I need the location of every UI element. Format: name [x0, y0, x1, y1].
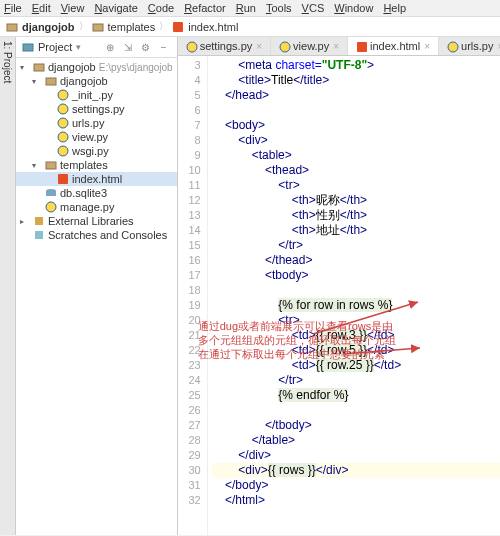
code-line-12[interactable]: <th>昵称</th>	[212, 193, 500, 208]
code-line-25[interactable]: {% endfor %}	[212, 388, 500, 403]
code-line-7[interactable]: <body>	[212, 118, 500, 133]
code-editor[interactable]: 3456789101112131415161718192021222324252…	[178, 56, 500, 535]
menu-refactor[interactable]: Refactor	[184, 2, 226, 14]
folder-icon	[6, 21, 18, 33]
hide-icon[interactable]: −	[157, 40, 171, 54]
html-icon	[57, 173, 69, 185]
code-line-16[interactable]: </thead>	[212, 253, 500, 268]
code-line-10[interactable]: <thead>	[212, 163, 500, 178]
tree-item-_init_-py[interactable]: _init_.py	[16, 88, 177, 102]
tree-item-index-html[interactable]: index.html	[16, 172, 177, 186]
close-icon[interactable]: ×	[333, 41, 339, 52]
code-line-3[interactable]: <meta charset="UTF-8">	[212, 58, 500, 73]
code-line-19[interactable]: {% for row in rows %}	[212, 298, 500, 313]
code-line-4[interactable]: <title>Title</title>	[212, 73, 500, 88]
menu-navigate[interactable]: Navigate	[94, 2, 137, 14]
code-line-5[interactable]: </head>	[212, 88, 500, 103]
tree-item-urls-py[interactable]: urls.py	[16, 116, 177, 130]
tab-view-py[interactable]: view.py×	[271, 37, 348, 55]
tab-urls-py[interactable]: urls.py×	[439, 37, 500, 55]
code-line-26[interactable]	[212, 403, 500, 418]
code-line-8[interactable]: <div>	[212, 133, 500, 148]
line-number: 32	[180, 493, 201, 508]
tree-label: db.sqlite3	[60, 187, 107, 199]
code-line-13[interactable]: <th>性别</th>	[212, 208, 500, 223]
line-number: 17	[180, 268, 201, 283]
code-line-24[interactable]: </tr>	[212, 373, 500, 388]
tree-item-wsgi-py[interactable]: wsgi.py	[16, 144, 177, 158]
html-icon	[356, 41, 366, 51]
dropdown-icon[interactable]: ▾	[76, 42, 81, 52]
expand-icon[interactable]: ▸	[20, 217, 30, 226]
menu-window[interactable]: Window	[334, 2, 373, 14]
svg-point-21	[448, 42, 458, 52]
collapse-icon[interactable]: ⇲	[121, 40, 135, 54]
line-number: 29	[180, 448, 201, 463]
tab-settings-py[interactable]: settings.py×	[178, 37, 271, 55]
expand-icon[interactable]: ▾	[20, 63, 30, 72]
svg-rect-20	[357, 42, 367, 52]
tool-window-strip[interactable]: 1: Project	[0, 37, 16, 535]
code-line-30[interactable]: <div>{{ rows }}</div>	[212, 463, 500, 478]
tree-label: djangojob	[48, 61, 96, 73]
menu-code[interactable]: Code	[148, 2, 174, 14]
expand-icon[interactable]: ▾	[32, 77, 42, 86]
chevron-icon: 〉	[79, 20, 88, 33]
code-line-27[interactable]: </tbody>	[212, 418, 500, 433]
tree-label: _init_.py	[72, 89, 113, 101]
project-tree[interactable]: ▾djangojob E:\pys\djangojob▾djangojob_in…	[16, 58, 177, 244]
tree-item-templates[interactable]: ▾templates	[16, 158, 177, 172]
menu-view[interactable]: View	[61, 2, 85, 14]
menu-edit[interactable]: Edit	[32, 2, 51, 14]
tree-item-db-sqlite3[interactable]: db.sqlite3	[16, 186, 177, 200]
code-line-32[interactable]: </html>	[212, 493, 500, 508]
line-number: 24	[180, 373, 201, 388]
menu-vcs[interactable]: VCS	[302, 2, 325, 14]
tree-item-djangojob[interactable]: ▾djangojob	[16, 74, 177, 88]
menu-run[interactable]: Run	[236, 2, 256, 14]
breadcrumb-root[interactable]: djangojob	[22, 21, 75, 33]
tree-label: settings.py	[72, 103, 125, 115]
tree-item-djangojob[interactable]: ▾djangojob E:\pys\djangojob	[16, 60, 177, 74]
line-number: 26	[180, 403, 201, 418]
breadcrumb-file[interactable]: index.html	[188, 21, 238, 33]
code-line-18[interactable]	[212, 283, 500, 298]
svg-rect-3	[23, 44, 33, 51]
breadcrumb-mid[interactable]: templates	[108, 21, 156, 33]
code-content[interactable]: <meta charset="UTF-8"> <title>Title</tit…	[208, 56, 500, 535]
tree-label: djangojob	[60, 75, 108, 87]
svg-rect-11	[46, 162, 56, 169]
expand-icon[interactable]: ▾	[32, 161, 42, 170]
code-line-29[interactable]: </div>	[212, 448, 500, 463]
py-icon	[186, 41, 196, 51]
menu-tools[interactable]: Tools	[266, 2, 292, 14]
code-line-11[interactable]: <tr>	[212, 178, 500, 193]
menu-help[interactable]: Help	[383, 2, 406, 14]
code-line-15[interactable]: </tr>	[212, 238, 500, 253]
code-line-14[interactable]: <th>地址</th>	[212, 223, 500, 238]
panel-title: Project	[38, 41, 72, 53]
code-line-17[interactable]: <tbody>	[212, 268, 500, 283]
tree-item-Scratches and Consoles[interactable]: Scratches and Consoles	[16, 228, 177, 242]
tab-index-html[interactable]: index.html×	[348, 37, 439, 55]
close-icon[interactable]: ×	[256, 41, 262, 52]
tree-item-view-py[interactable]: view.py	[16, 130, 177, 144]
tree-item-settings-py[interactable]: settings.py	[16, 102, 177, 116]
code-line-9[interactable]: <table>	[212, 148, 500, 163]
py-icon	[279, 41, 289, 51]
target-icon[interactable]: ⊕	[103, 40, 117, 54]
tab-label: urls.py	[461, 40, 493, 52]
svg-rect-1	[93, 24, 103, 31]
gear-icon[interactable]: ⚙	[139, 40, 153, 54]
project-tool-button[interactable]: 1: Project	[2, 41, 13, 83]
code-line-31[interactable]: </body>	[212, 478, 500, 493]
tree-item-manage-py[interactable]: manage.py	[16, 200, 177, 214]
close-icon[interactable]: ×	[424, 41, 430, 52]
menu-file[interactable]: File	[4, 2, 22, 14]
tree-item-External Libraries[interactable]: ▸External Libraries	[16, 214, 177, 228]
code-line-6[interactable]	[212, 103, 500, 118]
editor-area: settings.py×view.py×index.html×urls.py× …	[178, 37, 500, 535]
code-line-28[interactable]: </table>	[212, 433, 500, 448]
line-number: 19	[180, 298, 201, 313]
project-panel: Project ▾ ⊕ ⇲ ⚙ − ▾djangojob E:\pys\djan…	[16, 37, 178, 535]
